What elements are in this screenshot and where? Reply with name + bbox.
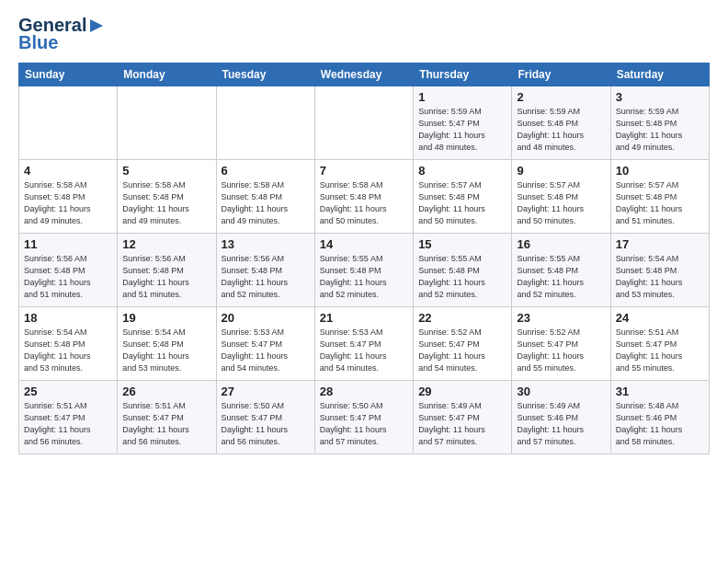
day-info: Sunrise: 5:56 AM Sunset: 5:48 PM Dayligh… [24, 253, 112, 301]
week-row-1: 1Sunrise: 5:59 AM Sunset: 5:47 PM Daylig… [19, 86, 710, 160]
day-info: Sunrise: 5:58 AM Sunset: 5:48 PM Dayligh… [24, 179, 112, 227]
logo-arrow-icon [86, 16, 107, 36]
day-info: Sunrise: 5:59 AM Sunset: 5:48 PM Dayligh… [616, 106, 704, 154]
day-cell: 24Sunrise: 5:51 AM Sunset: 5:47 PM Dayli… [610, 307, 709, 381]
day-info: Sunrise: 5:54 AM Sunset: 5:48 PM Dayligh… [24, 327, 112, 374]
page: General Blue SundayMondayTuesdayWednesda… [0, 0, 728, 563]
day-info: Sunrise: 5:51 AM Sunset: 5:47 PM Dayligh… [24, 400, 112, 448]
day-info: Sunrise: 5:57 AM Sunset: 5:48 PM Dayligh… [517, 179, 605, 227]
day-info: Sunrise: 5:58 AM Sunset: 5:48 PM Dayligh… [222, 179, 310, 227]
day-info: Sunrise: 5:51 AM Sunset: 5:47 PM Dayligh… [616, 327, 704, 374]
day-cell: 12Sunrise: 5:56 AM Sunset: 5:48 PM Dayli… [118, 234, 216, 307]
day-number: 20 [222, 311, 310, 325]
day-cell: 20Sunrise: 5:53 AM Sunset: 5:47 PM Dayli… [216, 307, 314, 381]
day-info: Sunrise: 5:55 AM Sunset: 5:48 PM Dayligh… [418, 253, 506, 301]
day-info: Sunrise: 5:50 AM Sunset: 5:47 PM Dayligh… [320, 400, 408, 448]
day-cell: 31Sunrise: 5:48 AM Sunset: 5:46 PM Dayli… [610, 381, 709, 454]
day-number: 16 [517, 237, 605, 251]
day-cell: 25Sunrise: 5:51 AM Sunset: 5:47 PM Dayli… [19, 381, 118, 454]
day-cell [19, 86, 118, 160]
day-info: Sunrise: 5:57 AM Sunset: 5:48 PM Dayligh… [616, 179, 704, 227]
day-info: Sunrise: 5:59 AM Sunset: 5:48 PM Dayligh… [517, 106, 605, 154]
week-row-3: 11Sunrise: 5:56 AM Sunset: 5:48 PM Dayli… [19, 234, 710, 307]
day-info: Sunrise: 5:48 AM Sunset: 5:46 PM Dayligh… [616, 400, 704, 448]
day-cell: 21Sunrise: 5:53 AM Sunset: 5:47 PM Dayli… [314, 307, 413, 381]
day-cell: 1Sunrise: 5:59 AM Sunset: 5:47 PM Daylig… [414, 86, 512, 160]
day-cell: 27Sunrise: 5:50 AM Sunset: 5:47 PM Dayli… [216, 381, 314, 454]
header-row: SundayMondayTuesdayWednesdayThursdayFrid… [19, 63, 710, 86]
day-number: 31 [616, 385, 704, 398]
col-header-thursday: Thursday [414, 63, 512, 86]
day-number: 26 [122, 385, 210, 398]
col-header-monday: Monday [118, 63, 216, 86]
col-header-friday: Friday [512, 63, 610, 86]
day-number: 21 [320, 311, 408, 325]
day-info: Sunrise: 5:56 AM Sunset: 5:48 PM Dayligh… [122, 253, 210, 301]
day-number: 3 [616, 90, 704, 104]
day-cell: 18Sunrise: 5:54 AM Sunset: 5:48 PM Dayli… [19, 307, 118, 381]
day-info: Sunrise: 5:58 AM Sunset: 5:48 PM Dayligh… [122, 179, 210, 227]
day-number: 17 [616, 237, 704, 251]
day-cell: 17Sunrise: 5:54 AM Sunset: 5:48 PM Dayli… [610, 234, 709, 307]
day-cell: 11Sunrise: 5:56 AM Sunset: 5:48 PM Dayli… [19, 234, 118, 307]
day-number: 8 [418, 164, 506, 178]
day-info: Sunrise: 5:55 AM Sunset: 5:48 PM Dayligh… [320, 253, 408, 301]
day-number: 7 [320, 164, 408, 178]
day-cell: 4Sunrise: 5:58 AM Sunset: 5:48 PM Daylig… [19, 160, 118, 234]
day-info: Sunrise: 5:49 AM Sunset: 5:46 PM Dayligh… [517, 400, 605, 448]
day-number: 24 [616, 311, 704, 325]
day-number: 30 [517, 385, 605, 398]
day-cell: 6Sunrise: 5:58 AM Sunset: 5:48 PM Daylig… [216, 160, 314, 234]
day-number: 27 [222, 385, 310, 398]
day-number: 13 [222, 237, 310, 251]
col-header-sunday: Sunday [19, 63, 118, 86]
day-info: Sunrise: 5:57 AM Sunset: 5:48 PM Dayligh… [418, 179, 506, 227]
day-info: Sunrise: 5:50 AM Sunset: 5:47 PM Dayligh… [222, 400, 310, 448]
day-number: 1 [418, 90, 506, 104]
week-row-4: 18Sunrise: 5:54 AM Sunset: 5:48 PM Dayli… [19, 307, 710, 381]
day-number: 10 [616, 164, 704, 178]
week-row-5: 25Sunrise: 5:51 AM Sunset: 5:47 PM Dayli… [19, 381, 710, 454]
day-info: Sunrise: 5:49 AM Sunset: 5:47 PM Dayligh… [418, 400, 506, 448]
day-number: 2 [517, 90, 605, 104]
day-cell [314, 86, 413, 160]
day-info: Sunrise: 5:52 AM Sunset: 5:47 PM Dayligh… [517, 327, 605, 374]
day-number: 25 [24, 385, 112, 398]
logo-blue-text: Blue [18, 32, 58, 53]
day-number: 23 [517, 311, 605, 325]
day-cell: 2Sunrise: 5:59 AM Sunset: 5:48 PM Daylig… [512, 86, 610, 160]
day-number: 12 [122, 237, 210, 251]
col-header-saturday: Saturday [610, 63, 709, 86]
logo: General Blue [18, 15, 107, 53]
svg-marker-0 [90, 19, 103, 32]
day-number: 11 [24, 237, 112, 251]
day-cell: 26Sunrise: 5:51 AM Sunset: 5:47 PM Dayli… [118, 381, 216, 454]
day-cell [216, 86, 314, 160]
day-info: Sunrise: 5:58 AM Sunset: 5:48 PM Dayligh… [320, 179, 408, 227]
day-info: Sunrise: 5:53 AM Sunset: 5:47 PM Dayligh… [320, 327, 408, 374]
day-info: Sunrise: 5:56 AM Sunset: 5:48 PM Dayligh… [222, 253, 310, 301]
day-cell: 23Sunrise: 5:52 AM Sunset: 5:47 PM Dayli… [512, 307, 610, 381]
day-info: Sunrise: 5:51 AM Sunset: 5:47 PM Dayligh… [122, 400, 210, 448]
day-number: 4 [24, 164, 112, 178]
day-cell: 28Sunrise: 5:50 AM Sunset: 5:47 PM Dayli… [314, 381, 413, 454]
day-number: 28 [320, 385, 408, 398]
day-cell: 30Sunrise: 5:49 AM Sunset: 5:46 PM Dayli… [512, 381, 610, 454]
day-cell: 13Sunrise: 5:56 AM Sunset: 5:48 PM Dayli… [216, 234, 314, 307]
day-number: 18 [24, 311, 112, 325]
day-info: Sunrise: 5:59 AM Sunset: 5:47 PM Dayligh… [418, 106, 506, 154]
day-number: 29 [418, 385, 506, 398]
day-cell: 8Sunrise: 5:57 AM Sunset: 5:48 PM Daylig… [414, 160, 512, 234]
day-cell: 14Sunrise: 5:55 AM Sunset: 5:48 PM Dayli… [314, 234, 413, 307]
col-header-wednesday: Wednesday [314, 63, 413, 86]
day-cell: 3Sunrise: 5:59 AM Sunset: 5:48 PM Daylig… [610, 86, 709, 160]
day-cell: 19Sunrise: 5:54 AM Sunset: 5:48 PM Dayli… [118, 307, 216, 381]
week-row-2: 4Sunrise: 5:58 AM Sunset: 5:48 PM Daylig… [19, 160, 710, 234]
day-info: Sunrise: 5:55 AM Sunset: 5:48 PM Dayligh… [517, 253, 605, 301]
day-cell: 22Sunrise: 5:52 AM Sunset: 5:47 PM Dayli… [414, 307, 512, 381]
day-cell: 16Sunrise: 5:55 AM Sunset: 5:48 PM Dayli… [512, 234, 610, 307]
day-number: 6 [222, 164, 310, 178]
day-number: 19 [122, 311, 210, 325]
day-number: 15 [418, 237, 506, 251]
day-number: 22 [418, 311, 506, 325]
